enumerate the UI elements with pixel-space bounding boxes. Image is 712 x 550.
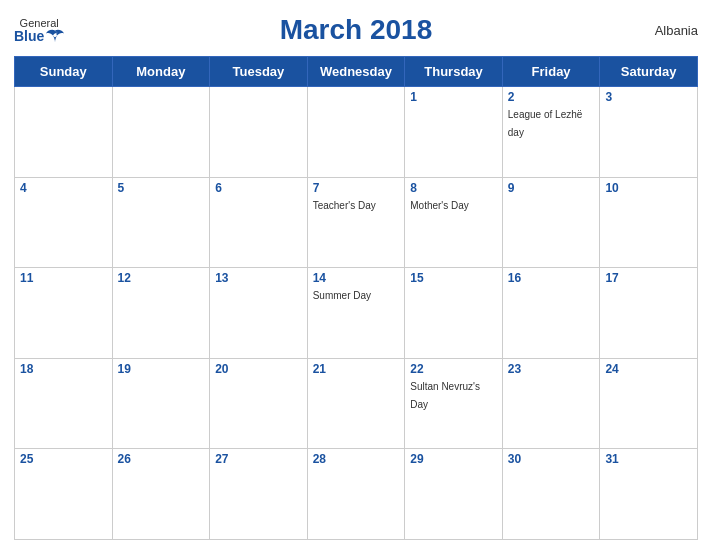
logo: General Blue — [14, 18, 64, 43]
day-cell-2-0: 11 — [15, 268, 113, 359]
day-number: 27 — [215, 452, 302, 466]
day-cell-2-1: 12 — [112, 268, 210, 359]
col-saturday: Saturday — [600, 57, 698, 87]
day-number: 31 — [605, 452, 692, 466]
day-cell-3-2: 20 — [210, 358, 308, 449]
day-cell-1-4: 8Mother's Day — [405, 177, 503, 268]
day-cell-2-3: 14Summer Day — [307, 268, 405, 359]
day-number: 19 — [118, 362, 205, 376]
page-title: March 2018 — [280, 14, 433, 46]
day-number: 23 — [508, 362, 595, 376]
col-wednesday: Wednesday — [307, 57, 405, 87]
col-monday: Monday — [112, 57, 210, 87]
day-cell-2-2: 13 — [210, 268, 308, 359]
day-number: 18 — [20, 362, 107, 376]
day-cell-2-4: 15 — [405, 268, 503, 359]
col-tuesday: Tuesday — [210, 57, 308, 87]
day-number: 4 — [20, 181, 107, 195]
day-cell-0-0 — [15, 87, 113, 178]
day-cell-1-0: 4 — [15, 177, 113, 268]
holiday-name: League of Lezhë day — [508, 109, 583, 138]
day-cell-4-2: 27 — [210, 449, 308, 540]
holiday-name: Teacher's Day — [313, 200, 376, 211]
holiday-name: Sultan Nevruz's Day — [410, 381, 480, 410]
day-cell-0-2 — [210, 87, 308, 178]
logo-blue-container: Blue — [14, 29, 64, 43]
day-cell-0-3 — [307, 87, 405, 178]
day-number: 26 — [118, 452, 205, 466]
day-cell-1-5: 9 — [502, 177, 600, 268]
day-cell-4-3: 28 — [307, 449, 405, 540]
country-label: Albania — [655, 23, 698, 38]
day-cell-3-4: 22Sultan Nevruz's Day — [405, 358, 503, 449]
day-cell-4-5: 30 — [502, 449, 600, 540]
day-number: 9 — [508, 181, 595, 195]
day-cell-3-5: 23 — [502, 358, 600, 449]
day-cell-1-2: 6 — [210, 177, 308, 268]
page: General Blue March 2018 Albania Sunday M… — [0, 0, 712, 550]
day-cell-1-3: 7Teacher's Day — [307, 177, 405, 268]
day-number: 17 — [605, 271, 692, 285]
day-number: 1 — [410, 90, 497, 104]
week-row-3: 11121314Summer Day151617 — [15, 268, 698, 359]
week-row-5: 25262728293031 — [15, 449, 698, 540]
day-cell-4-6: 31 — [600, 449, 698, 540]
day-number: 14 — [313, 271, 400, 285]
logo-bird-icon — [46, 29, 64, 43]
day-number: 7 — [313, 181, 400, 195]
day-number: 16 — [508, 271, 595, 285]
day-number: 10 — [605, 181, 692, 195]
day-cell-0-6: 3 — [600, 87, 698, 178]
day-number: 12 — [118, 271, 205, 285]
holiday-name: Summer Day — [313, 290, 371, 301]
header: General Blue March 2018 Albania — [14, 10, 698, 50]
day-cell-1-6: 10 — [600, 177, 698, 268]
header-row: Sunday Monday Tuesday Wednesday Thursday… — [15, 57, 698, 87]
day-number: 21 — [313, 362, 400, 376]
col-sunday: Sunday — [15, 57, 113, 87]
day-cell-3-1: 19 — [112, 358, 210, 449]
day-cell-1-1: 5 — [112, 177, 210, 268]
day-number: 13 — [215, 271, 302, 285]
day-cell-4-4: 29 — [405, 449, 503, 540]
day-number: 2 — [508, 90, 595, 104]
day-cell-4-1: 26 — [112, 449, 210, 540]
day-number: 24 — [605, 362, 692, 376]
day-cell-3-0: 18 — [15, 358, 113, 449]
day-number: 5 — [118, 181, 205, 195]
day-cell-3-3: 21 — [307, 358, 405, 449]
day-cell-2-5: 16 — [502, 268, 600, 359]
day-cell-3-6: 24 — [600, 358, 698, 449]
week-row-2: 4567Teacher's Day8Mother's Day910 — [15, 177, 698, 268]
col-thursday: Thursday — [405, 57, 503, 87]
day-number: 25 — [20, 452, 107, 466]
logo-blue-text: Blue — [14, 29, 44, 43]
day-number: 11 — [20, 271, 107, 285]
day-cell-0-5: 2League of Lezhë day — [502, 87, 600, 178]
day-number: 15 — [410, 271, 497, 285]
day-cell-2-6: 17 — [600, 268, 698, 359]
day-number: 3 — [605, 90, 692, 104]
day-number: 8 — [410, 181, 497, 195]
calendar-table: Sunday Monday Tuesday Wednesday Thursday… — [14, 56, 698, 540]
day-number: 20 — [215, 362, 302, 376]
day-number: 29 — [410, 452, 497, 466]
day-number: 22 — [410, 362, 497, 376]
day-number: 28 — [313, 452, 400, 466]
day-cell-0-4: 1 — [405, 87, 503, 178]
day-number: 30 — [508, 452, 595, 466]
col-friday: Friday — [502, 57, 600, 87]
week-row-4: 1819202122Sultan Nevruz's Day2324 — [15, 358, 698, 449]
week-row-1: 12League of Lezhë day3 — [15, 87, 698, 178]
holiday-name: Mother's Day — [410, 200, 469, 211]
day-cell-4-0: 25 — [15, 449, 113, 540]
day-number: 6 — [215, 181, 302, 195]
day-cell-0-1 — [112, 87, 210, 178]
